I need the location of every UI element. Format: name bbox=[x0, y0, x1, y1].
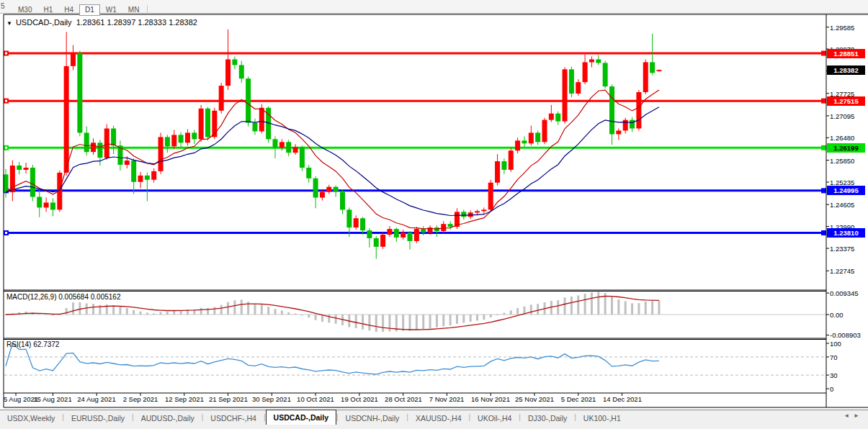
timeframe-button-5[interactable]: 5 bbox=[0, 1, 12, 12]
tab-xauusd-h4[interactable]: XAUUSD-,H4 bbox=[408, 411, 469, 425]
timeframe-toolbar: 5M30H1H4D1W1MN bbox=[0, 0, 868, 14]
tab-eurusd-daily[interactable]: EURUSD-,Daily bbox=[64, 411, 132, 425]
tab-scroll-arrows[interactable]: ◄► bbox=[844, 412, 864, 419]
tab-usdchf-h4[interactable]: USDCHF-,H4 bbox=[203, 411, 264, 425]
tab-scroll-right-icon[interactable]: ► bbox=[854, 412, 864, 419]
toolbar-separator bbox=[147, 5, 148, 14]
chart-symbol-label: USDCAD-,Daily bbox=[16, 18, 72, 27]
tab-audusd-daily[interactable]: AUDUSD-,Daily bbox=[134, 411, 202, 425]
timeframe-button-h4[interactable]: H4 bbox=[58, 4, 79, 16]
timeframe-button-d1[interactable]: D1 bbox=[79, 4, 100, 16]
timeframe-button-w1[interactable]: W1 bbox=[100, 4, 122, 16]
macd-indicator-label: MACD(12,26,9) 0.005684 0.005162 bbox=[6, 293, 120, 301]
tab-ukoil-h4[interactable]: UKOil-,H4 bbox=[470, 411, 519, 425]
tab-usdcnh-daily[interactable]: USDCNH-,Daily bbox=[339, 411, 407, 425]
tab-usdcad-daily[interactable]: USDCAD-,Daily bbox=[266, 410, 336, 425]
timeframe-button-mn[interactable]: MN bbox=[122, 4, 146, 16]
chart-canvas[interactable] bbox=[0, 0, 868, 429]
tab-uk100-h1[interactable]: UK100-,H1 bbox=[576, 411, 628, 425]
rsi-indicator-label: RSI(14) 62.7372 bbox=[6, 340, 59, 348]
timeframe-button-h1[interactable]: H1 bbox=[37, 4, 58, 16]
tab-scroll-left-icon[interactable]: ◄ bbox=[844, 412, 854, 419]
chart-tab-bar: USDX,Weekly|EURUSD-,Daily|AUDUSD-,Daily|… bbox=[0, 410, 868, 425]
tab-dj30-daily[interactable]: DJ30-,Daily bbox=[521, 411, 574, 425]
mt4-window: 5M30H1H4D1W1MN ▼USDCAD-,Daily 1.28361 1.… bbox=[0, 0, 868, 429]
chart-ohlc-values: 1.28361 1.28397 1.28333 1.28382 bbox=[76, 18, 197, 27]
chart-title: ▼USDCAD-,Daily 1.28361 1.28397 1.28333 1… bbox=[6, 18, 197, 27]
tab-usdx-weekly[interactable]: USDX,Weekly bbox=[0, 411, 62, 425]
timeframe-button-m30[interactable]: M30 bbox=[12, 4, 37, 16]
collapse-triangle-icon[interactable]: ▼ bbox=[6, 20, 12, 27]
